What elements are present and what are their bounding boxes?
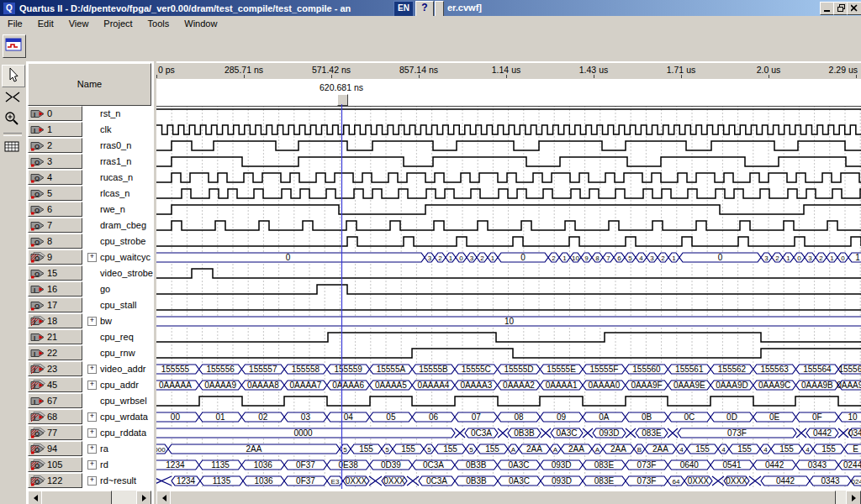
signal-row[interactable]: O122+rd~result <box>26 473 153 489</box>
expand-button[interactable]: + <box>87 460 97 470</box>
signal-row[interactable]: I22cpu_rnw <box>26 345 153 361</box>
expand-button[interactable]: + <box>87 253 97 262</box>
output-pin-icon: O <box>30 428 45 438</box>
signal-cell[interactable]: O15 <box>28 265 82 281</box>
signal-cell[interactable]: O4 <box>28 170 82 185</box>
language-badge[interactable]: EN <box>394 1 414 17</box>
menu-item-tools[interactable]: Tools <box>140 16 177 31</box>
name-scroll-thumb[interactable] <box>41 491 112 504</box>
signal-name: rucas_n <box>100 172 133 182</box>
signal-row[interactable]: I45+cpu_addr <box>26 377 153 393</box>
signal-cell[interactable]: O7 <box>28 218 82 233</box>
signal-cell[interactable]: I0 <box>28 106 82 121</box>
wave-scroll-thumb[interactable] <box>170 491 836 504</box>
signal-row[interactable]: O94+ra <box>26 441 153 457</box>
name-scroll-right-button[interactable] <box>136 491 151 504</box>
signal-row[interactable]: I67cpu_wrbsel <box>26 393 153 409</box>
input-pin-icon: I <box>30 348 45 359</box>
signal-cell[interactable]: O105 <box>28 457 82 472</box>
svg-text:1: 1 <box>449 255 453 262</box>
menu-item-view[interactable]: View <box>61 16 97 31</box>
signal-name: cpu_wrbsel <box>100 396 147 406</box>
waveform-svg[interactable]: 0321032102110987654321032103210110155555… <box>156 106 861 489</box>
expand-button[interactable]: + <box>87 412 97 422</box>
signal-row[interactable]: O3rras1_n <box>26 154 153 170</box>
signal-cell[interactable]: I45 <box>28 377 82 392</box>
zoom-tool-button[interactable] <box>2 109 24 130</box>
signal-row[interactable]: I68+cpu_wrdata <box>26 409 153 425</box>
waveform-area[interactable]: 0321032102110987654321032103210110155555… <box>156 106 861 489</box>
expand-button[interactable]: + <box>87 381 97 390</box>
wave-scroll-right-button[interactable] <box>846 491 861 504</box>
signal-cell[interactable]: O122 <box>28 473 82 488</box>
expand-button[interactable]: + <box>87 476 97 486</box>
signal-cell[interactable]: O17 <box>28 297 82 312</box>
signal-cell[interactable]: O9 <box>28 249 82 265</box>
signal-row[interactable]: O4rucas_n <box>26 170 153 186</box>
signal-name: ra <box>100 444 108 454</box>
cursor-strip[interactable]: 620.681 ns <box>156 79 861 106</box>
signal-row[interactable]: O5rlcas_n <box>26 186 153 202</box>
signal-cell[interactable]: I21 <box>28 329 82 344</box>
tick-mark <box>681 75 682 78</box>
signal-row[interactable]: O7dram_cbeg <box>26 218 153 234</box>
signal-cell[interactable]: I67 <box>28 393 82 408</box>
expand-button[interactable]: + <box>87 444 97 454</box>
signal-cell[interactable]: O77 <box>28 425 82 440</box>
signal-row[interactable]: I23+video_addr <box>26 361 153 377</box>
signal-cell[interactable]: I22 <box>28 345 82 360</box>
signal-cell[interactable]: I16 <box>28 281 82 297</box>
signal-cell[interactable]: O94 <box>28 441 82 456</box>
signal-row[interactable]: O105+rd <box>26 457 153 473</box>
signal-row[interactable]: I1clk <box>26 122 153 138</box>
signal-row[interactable]: O15video_strobe <box>26 265 153 281</box>
timeline-ruler[interactable]: 0 ps285.71 ns571.42 ns857.14 ns1.14 us1.… <box>156 63 861 80</box>
signal-cell[interactable]: O3 <box>28 154 82 169</box>
expand-button[interactable]: + <box>87 365 97 374</box>
select-tool-button[interactable] <box>2 65 25 87</box>
expand-button[interactable]: + <box>87 428 97 438</box>
signal-row[interactable]: I18+bw <box>26 313 153 329</box>
svg-text:E3: E3 <box>331 478 340 486</box>
timebar-tool-button[interactable] <box>2 87 24 108</box>
menu-item-window[interactable]: Window <box>177 16 224 31</box>
signal-row[interactable]: I0rst_n <box>26 106 153 122</box>
svg-text:15555E: 15555E <box>547 365 576 374</box>
signal-number: 94 <box>47 444 57 454</box>
grid-tool-button[interactable] <box>2 137 24 158</box>
signal-cell[interactable]: I23 <box>28 361 82 376</box>
language-bar-options-icon[interactable] <box>435 1 444 17</box>
signal-cell[interactable]: I1 <box>28 122 82 137</box>
signal-cell[interactable]: I18 <box>28 313 82 328</box>
menu-item-project[interactable]: Project <box>96 16 140 31</box>
signal-row[interactable]: O6rwe_n <box>26 202 153 218</box>
menu-item-file[interactable]: File <box>0 16 30 31</box>
signal-cell[interactable]: O6 <box>28 202 82 217</box>
signal-name: rras0_n <box>100 140 131 150</box>
name-hscrollbar[interactable] <box>28 491 151 504</box>
signal-cell[interactable]: I68 <box>28 409 82 424</box>
svg-text:155560: 155560 <box>632 365 661 374</box>
signal-number: 16 <box>47 284 57 294</box>
signal-row[interactable]: O17cpu_stall <box>26 297 153 313</box>
svg-text:O: O <box>34 206 40 213</box>
menu-item-edit[interactable]: Edit <box>30 16 61 31</box>
close-button[interactable] <box>847 2 861 15</box>
wave-hscrollbar[interactable] <box>156 491 861 504</box>
signal-row[interactable]: O77+cpu_rddata <box>26 425 153 441</box>
signal-row[interactable]: O8cpu_strobe <box>26 234 153 249</box>
signal-cell[interactable]: O5 <box>28 186 82 201</box>
signal-row[interactable]: I16go <box>26 281 153 297</box>
signal-row[interactable]: O9+cpu_waitcyc <box>26 249 153 265</box>
signal-cell[interactable]: O8 <box>28 234 82 249</box>
help-button[interactable]: ? <box>415 1 434 17</box>
tool-palette <box>0 61 26 504</box>
signal-row[interactable]: O2rras0_n <box>26 138 153 154</box>
name-header-cell[interactable]: Name <box>28 63 151 106</box>
expand-button[interactable]: + <box>87 317 97 326</box>
cursor-handle[interactable] <box>337 94 348 106</box>
signal-row[interactable]: I21cpu_req <box>26 329 153 345</box>
svg-text:02: 02 <box>258 412 268 422</box>
waveform-editor-button[interactable] <box>3 34 26 58</box>
signal-cell[interactable]: O2 <box>28 138 82 153</box>
